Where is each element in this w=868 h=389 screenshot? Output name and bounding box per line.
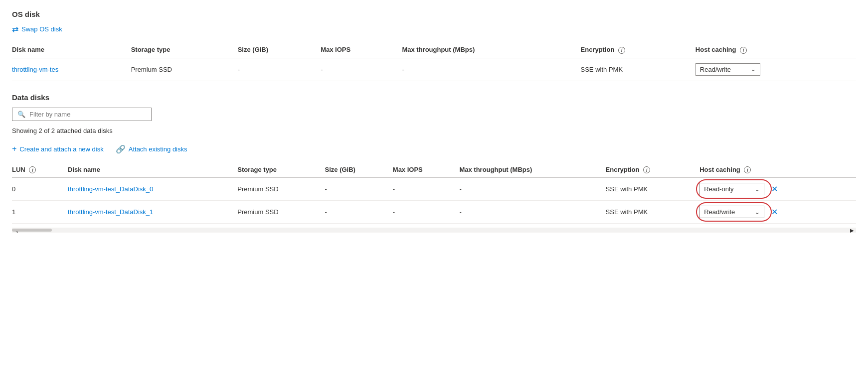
attach-existing-label: Attach existing disks bbox=[129, 145, 187, 153]
scroll-right-arrow[interactable]: ▶ bbox=[848, 228, 856, 233]
data-disk-row-0: 0throttling-vm-test_DataDisk_0Premium SS… bbox=[12, 178, 856, 201]
os-disk-col-max-iops: Max IOPS bbox=[321, 42, 402, 58]
chevron-down-icon: ⌄ bbox=[755, 186, 760, 193]
plus-icon: + bbox=[12, 144, 16, 153]
os-disk-col-size: Size (GiB) bbox=[238, 42, 321, 58]
filter-input-container: 🔍 bbox=[12, 108, 152, 121]
os-disk-col-encryption: Encryption i bbox=[581, 42, 695, 58]
action-bar: + Create and attach a new disk 🔗 Attach … bbox=[12, 144, 856, 154]
data-disks-section: Data disks 🔍 Showing 2 of 2 attached dat… bbox=[12, 93, 856, 224]
lun-info-icon[interactable]: i bbox=[29, 166, 36, 173]
data-disk-table-header-row: LUN i Disk name Storage type Size (GiB) bbox=[12, 162, 856, 178]
data-disk-col-lun: LUN i bbox=[12, 162, 68, 178]
data-disk-row-1-lun: 1 bbox=[12, 201, 68, 224]
create-attach-disk-btn[interactable]: + Create and attach a new disk bbox=[12, 144, 104, 153]
data-disk-row-1-disk-name: throttling-vm-test_DataDisk_1 bbox=[68, 201, 237, 224]
data-disk-row-1-max-throughput: - bbox=[459, 201, 605, 224]
data-disk-row-1-max-iops: - bbox=[393, 201, 460, 224]
os-disk-row-0-disk-name: throttling-vm-tes bbox=[12, 58, 131, 81]
data-disk-row-1-delete-btn[interactable]: ✕ bbox=[771, 207, 778, 217]
os-disk-col-disk-name: Disk name bbox=[12, 42, 131, 58]
os-disk-link[interactable]: throttling-vm-tes bbox=[12, 66, 58, 73]
filter-input[interactable] bbox=[29, 111, 146, 118]
data-disk-row-0-storage-type: Premium SSD bbox=[237, 178, 325, 201]
data-disk-row-0-host-caching-select[interactable]: Read-only⌄ bbox=[699, 183, 764, 195]
data-disk-col-encryption: Encryption i bbox=[606, 162, 700, 178]
data-disk-row-0-encryption: SSE with PMK bbox=[606, 178, 700, 201]
data-disk-row-1-disk-link[interactable]: throttling-vm-test_DataDisk_1 bbox=[68, 208, 153, 216]
data-disk-row-1-encryption: SSE with PMK bbox=[606, 201, 700, 224]
data-disk-col-disk-name: Disk name bbox=[68, 162, 237, 178]
data-disk-row-1-host-caching-select[interactable]: Read/write⌄ bbox=[699, 206, 764, 218]
data-disk-col-max-iops: Max IOPS bbox=[393, 162, 460, 178]
os-disk-host-caching-chevron: ⌄ bbox=[751, 66, 756, 73]
os-disk-title: OS disk bbox=[12, 10, 856, 18]
os-disk-row-0-max-throughput: - bbox=[402, 58, 580, 81]
data-disk-row-1: 1throttling-vm-test_DataDisk_1Premium SS… bbox=[12, 201, 856, 224]
data-disk-host-caching-info-icon[interactable]: i bbox=[744, 166, 751, 173]
os-disk-row-0: throttling-vm-tes Premium SSD - - - SSE … bbox=[12, 58, 856, 81]
os-disk-row-0-max-iops: - bbox=[321, 58, 402, 81]
encryption-info-icon[interactable]: i bbox=[618, 47, 625, 54]
os-disk-col-host-caching: Host caching i bbox=[695, 42, 856, 58]
attach-icon: 🔗 bbox=[116, 144, 126, 154]
data-disk-col-host-caching: Host caching i bbox=[699, 162, 856, 178]
os-disk-row-0-size: - bbox=[238, 58, 321, 81]
data-disk-row-0-delete-btn[interactable]: ✕ bbox=[771, 184, 778, 194]
page-container: OS disk ⇄ Swap OS disk Disk name Storage… bbox=[0, 0, 868, 243]
data-disk-row-1-size: - bbox=[325, 201, 393, 224]
host-caching-info-icon[interactable]: i bbox=[740, 47, 747, 54]
data-disks-title: Data disks bbox=[12, 93, 856, 102]
os-disk-row-0-storage-type: Premium SSD bbox=[131, 58, 238, 81]
data-disk-row-0-disk-link[interactable]: throttling-vm-test_DataDisk_0 bbox=[68, 185, 153, 193]
attach-existing-disk-btn[interactable]: 🔗 Attach existing disks bbox=[116, 144, 187, 154]
os-disk-table-container: Disk name Storage type Size (GiB) Max IO… bbox=[12, 42, 856, 81]
data-disk-row-0-disk-name: throttling-vm-test_DataDisk_0 bbox=[68, 178, 237, 201]
os-disk-host-caching-select[interactable]: Read/write ⌄ bbox=[695, 63, 760, 76]
scrollbar-thumb[interactable] bbox=[12, 229, 52, 232]
os-disk-col-storage-type: Storage type bbox=[131, 42, 238, 58]
showing-count: Showing 2 of 2 attached data disks bbox=[12, 127, 856, 134]
swap-icon: ⇄ bbox=[12, 24, 18, 34]
data-disk-col-max-throughput: Max throughput (MBps) bbox=[459, 162, 605, 178]
os-disk-row-0-host-caching: Read/write ⌄ bbox=[695, 58, 856, 81]
os-disk-table: Disk name Storage type Size (GiB) Max IO… bbox=[12, 42, 856, 81]
swap-label: Swap OS disk bbox=[21, 25, 62, 33]
filter-search-icon: 🔍 bbox=[17, 111, 25, 118]
data-disk-table-container: LUN i Disk name Storage type Size (GiB) bbox=[12, 162, 856, 224]
horizontal-scrollbar[interactable]: ◀ ▶ bbox=[12, 228, 856, 233]
data-disk-row-0-host-caching: Read-only⌄✕ bbox=[699, 178, 856, 201]
data-disk-encryption-info-icon[interactable]: i bbox=[643, 166, 650, 173]
data-disk-col-storage-type: Storage type bbox=[237, 162, 325, 178]
data-disk-row-0-lun: 0 bbox=[12, 178, 68, 201]
os-disk-col-max-throughput: Max throughput (MBps) bbox=[402, 42, 580, 58]
swap-os-disk-link[interactable]: ⇄ Swap OS disk bbox=[12, 24, 62, 34]
data-disk-row-0-size: - bbox=[325, 178, 393, 201]
data-disk-col-size: Size (GiB) bbox=[325, 162, 393, 178]
os-disk-table-header-row: Disk name Storage type Size (GiB) Max IO… bbox=[12, 42, 856, 58]
data-disk-row-1-host-caching: Read/write⌄✕ bbox=[699, 201, 856, 224]
data-disk-row-0-max-throughput: - bbox=[459, 178, 605, 201]
create-attach-label: Create and attach a new disk bbox=[19, 145, 103, 153]
data-disk-row-1-storage-type: Premium SSD bbox=[237, 201, 325, 224]
os-disk-section: OS disk ⇄ Swap OS disk Disk name Storage… bbox=[12, 10, 856, 81]
data-disk-table: LUN i Disk name Storage type Size (GiB) bbox=[12, 162, 856, 224]
chevron-down-icon: ⌄ bbox=[755, 209, 760, 216]
data-disk-row-0-max-iops: - bbox=[393, 178, 460, 201]
os-disk-row-0-encryption: SSE with PMK bbox=[581, 58, 695, 81]
